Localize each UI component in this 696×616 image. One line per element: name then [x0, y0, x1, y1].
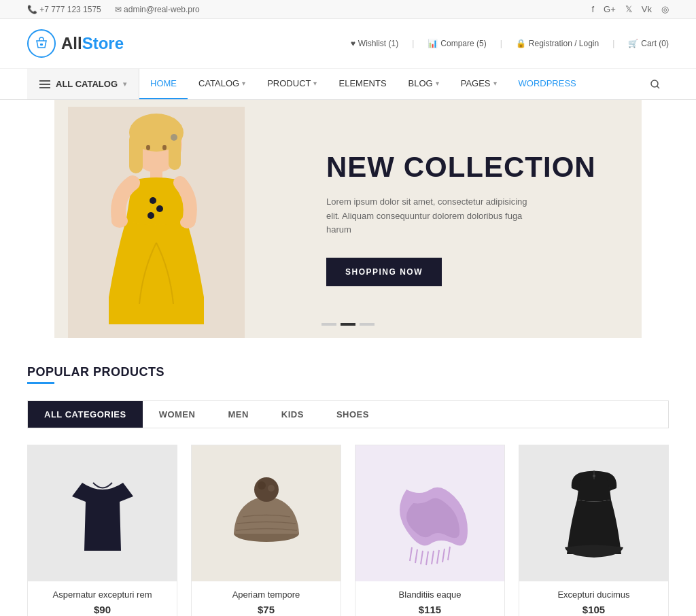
- product-name: Aperiam tempore: [198, 589, 334, 600]
- twitter-link[interactable]: 𝕏: [625, 4, 632, 14]
- nav-home[interactable]: HOME: [139, 69, 188, 99]
- gplus-link[interactable]: G+: [604, 4, 616, 14]
- nav-elements[interactable]: ELEMENTS: [328, 69, 397, 99]
- product-price: $75: [192, 604, 341, 615]
- chevron-down-icon: ▾: [436, 80, 439, 87]
- product-card[interactable]: Aspernatur excepturi rem $90: [27, 445, 177, 616]
- email-icon: ✉: [115, 5, 122, 14]
- search-icon: [650, 79, 661, 90]
- wishlist-link[interactable]: ♥ Wishlist (1): [351, 39, 398, 48]
- all-catalog-button[interactable]: ALL CATALOG ▾: [27, 69, 139, 99]
- nav-links: HOME CATALOG ▾ PRODUCT ▾ ELEMENTS BLOG ▾…: [139, 69, 642, 99]
- cart-icon: 🛒: [628, 39, 638, 48]
- product-image: [192, 445, 341, 581]
- svg-point-34: [593, 475, 595, 477]
- logo-icon: [27, 29, 56, 58]
- nav-product[interactable]: PRODUCT ▾: [256, 69, 328, 99]
- svg-point-13: [147, 212, 154, 219]
- svg-rect-6: [129, 133, 143, 173]
- product-price: $105: [519, 604, 668, 615]
- product-grid: Aspernatur excepturi rem $90: [27, 445, 669, 616]
- heart-icon: ♥: [351, 39, 355, 48]
- top-bar: 📞 +7 777 123 1575 ✉ admin@real-web.pro f…: [0, 0, 696, 19]
- svg-point-22: [268, 485, 275, 492]
- phone-icon: 📞: [27, 5, 37, 14]
- svg-point-11: [150, 197, 156, 204]
- product-price: $90: [28, 604, 177, 615]
- search-button[interactable]: [642, 69, 669, 99]
- product-name: Excepturi ducimus: [526, 589, 661, 600]
- product-card[interactable]: Blanditiis eaque $115: [355, 445, 505, 616]
- header: AllStore ♥ Wishlist (1) | 📊 Compare (5) …: [0, 19, 696, 69]
- phone-number: 📞 +7 777 123 1575: [27, 5, 101, 14]
- svg-point-21: [258, 481, 266, 490]
- registration-link[interactable]: 🔒 Registration / Login: [516, 39, 599, 48]
- hero-dot-3[interactable]: [360, 323, 375, 326]
- tab-men[interactable]: MEN: [211, 401, 264, 428]
- divider: |: [412, 39, 414, 48]
- hero-dot-1[interactable]: [321, 323, 336, 326]
- facebook-link[interactable]: f: [591, 4, 594, 14]
- chevron-down-icon: ▾: [313, 80, 317, 87]
- svg-point-16: [171, 134, 177, 141]
- header-actions: ♥ Wishlist (1) | 📊 Compare (5) | 🔒 Regis…: [351, 39, 669, 48]
- vk-link[interactable]: Vk: [642, 4, 652, 14]
- hero-image: [54, 100, 285, 338]
- compare-link[interactable]: 📊 Compare (5): [428, 39, 486, 48]
- tab-women[interactable]: WOMEN: [143, 401, 212, 428]
- lock-icon: 🔒: [516, 39, 526, 48]
- shopping-now-button[interactable]: SHOPPING NOW: [326, 258, 442, 286]
- instagram-link[interactable]: ◎: [661, 4, 669, 14]
- svg-line-2: [657, 86, 660, 88]
- nav-pages[interactable]: PAGES ▾: [450, 69, 508, 99]
- svg-point-14: [146, 145, 150, 150]
- hamburger-icon: [39, 80, 50, 88]
- hero-dots: [321, 323, 375, 326]
- product-name: Blanditiis eaque: [362, 589, 498, 600]
- logo-text: AllStore: [61, 34, 124, 53]
- chevron-down-icon: ▾: [123, 80, 126, 88]
- nav-catalog[interactable]: CATALOG ▾: [188, 69, 256, 99]
- logo-link[interactable]: AllStore: [27, 29, 124, 58]
- divider: |: [500, 39, 502, 48]
- section-underline: [27, 382, 54, 384]
- section-title: POPULAR PRODUCTS: [27, 365, 669, 379]
- hero-content: NEW COLLECTION Lorem ipsum dolor sit ame…: [285, 124, 642, 314]
- hero-description: Lorem ipsum dolor sit amet, consectetur …: [326, 195, 530, 237]
- product-name: Aspernatur excepturi rem: [35, 589, 170, 600]
- svg-rect-0: [40, 44, 43, 46]
- cart-link[interactable]: 🛒 Cart (0): [628, 39, 669, 48]
- popular-products-section: POPULAR PRODUCTS ALL CATEGORIES WOMEN ME…: [0, 338, 696, 616]
- nav-wordpress[interactable]: WORDPRESS: [508, 69, 587, 99]
- tab-kids[interactable]: KIDS: [265, 401, 320, 428]
- top-bar-left: 📞 +7 777 123 1575 ✉ admin@real-web.pro: [27, 5, 200, 14]
- svg-point-12: [156, 205, 163, 212]
- svg-point-15: [162, 145, 167, 150]
- svg-point-10: [180, 216, 195, 228]
- navbar: ALL CATALOG ▾ HOME CATALOG ▾ PRODUCT ▾ E…: [0, 69, 696, 100]
- social-links: f G+ 𝕏 Vk ◎: [591, 4, 669, 14]
- hero-banner: NEW COLLECTION Lorem ipsum dolor sit ame…: [54, 100, 642, 338]
- product-image: [28, 445, 177, 581]
- product-price: $115: [355, 604, 504, 615]
- nav-blog[interactable]: BLOG ▾: [398, 69, 450, 99]
- product-card[interactable]: Excepturi ducimus $105: [519, 445, 669, 616]
- chevron-down-icon: ▾: [493, 80, 497, 87]
- category-tabs: ALL CATEGORIES WOMEN MEN KIDS SHOES: [27, 400, 669, 428]
- product-image: [355, 445, 504, 581]
- email-address: ✉ admin@real-web.pro: [115, 5, 200, 14]
- divider: |: [612, 39, 614, 48]
- svg-point-9: [111, 214, 128, 228]
- svg-point-20: [254, 477, 279, 502]
- product-card[interactable]: Aperiam tempore $75: [191, 445, 341, 616]
- product-image: [519, 445, 668, 581]
- compare-icon: 📊: [428, 39, 438, 48]
- tab-shoes[interactable]: SHOES: [320, 401, 385, 428]
- hero-title: NEW COLLECTION: [326, 152, 601, 183]
- tab-all-categories[interactable]: ALL CATEGORIES: [28, 401, 143, 428]
- hero-dot-2[interactable]: [341, 323, 355, 326]
- chevron-down-icon: ▾: [242, 80, 245, 87]
